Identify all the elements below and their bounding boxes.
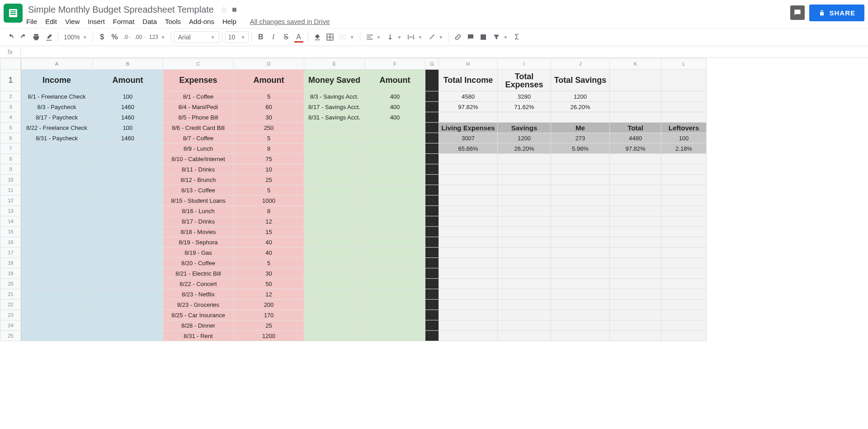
cell[interactable] (425, 102, 439, 112)
row-header[interactable]: 1 (0, 70, 21, 91)
cell[interactable] (304, 185, 365, 195)
cell[interactable] (304, 195, 365, 206)
cell[interactable] (93, 227, 163, 237)
comment-icon[interactable] (464, 31, 477, 43)
cell[interactable] (661, 216, 707, 227)
cell[interactable] (498, 112, 551, 123)
cell[interactable] (661, 289, 707, 300)
cell[interactable]: 8/17 - Savings Acct. (304, 102, 365, 112)
cell[interactable]: Total Savings (551, 70, 610, 91)
cell[interactable] (425, 91, 439, 102)
cell[interactable] (365, 154, 425, 164)
cell[interactable] (661, 154, 707, 164)
strike-icon[interactable]: S (280, 31, 292, 43)
cell[interactable] (439, 227, 498, 237)
cell[interactable] (365, 227, 425, 237)
cell[interactable] (439, 320, 498, 331)
italic-icon[interactable]: I (267, 31, 280, 43)
cell[interactable]: 8/23 - Netflix (163, 289, 234, 300)
cell[interactable] (610, 216, 661, 227)
row-header[interactable]: 22 (0, 300, 21, 310)
cell[interactable] (93, 164, 163, 175)
cell[interactable]: 26.20% (498, 143, 551, 154)
cell[interactable]: 50 (234, 279, 304, 289)
cell[interactable] (304, 320, 365, 331)
cell[interactable] (551, 331, 610, 341)
cell[interactable]: 1000 (234, 195, 304, 206)
cell[interactable] (304, 164, 365, 175)
cell[interactable]: 65.66% (439, 143, 498, 154)
cell[interactable] (93, 195, 163, 206)
row-header[interactable]: 20 (0, 279, 21, 289)
cell[interactable]: 60 (234, 102, 304, 112)
menu-format[interactable]: Format (113, 18, 135, 25)
cell[interactable] (21, 310, 93, 320)
cell[interactable] (365, 195, 425, 206)
row-header[interactable]: 12 (0, 195, 21, 206)
row-header[interactable]: 7 (0, 143, 21, 154)
row-header[interactable]: 24 (0, 320, 21, 331)
cell[interactable] (439, 268, 498, 279)
cell[interactable] (365, 310, 425, 320)
cell[interactable]: 8/5 - Phone Bill (163, 112, 234, 123)
cell[interactable] (365, 258, 425, 268)
cell[interactable]: 8/17 - Drinks (163, 216, 234, 227)
cell[interactable] (439, 195, 498, 206)
cell[interactable] (498, 268, 551, 279)
cell[interactable]: 40 (234, 248, 304, 258)
undo-icon[interactable] (5, 31, 17, 43)
cell[interactable]: 4480 (610, 133, 661, 143)
cell[interactable] (304, 133, 365, 143)
cell[interactable] (425, 154, 439, 164)
share-button[interactable]: SHARE (809, 5, 864, 21)
cell[interactable] (661, 268, 707, 279)
cell[interactable] (21, 320, 93, 331)
cell[interactable] (425, 175, 439, 185)
font-select[interactable]: Arial▼ (174, 31, 219, 43)
cell[interactable] (93, 310, 163, 320)
cell[interactable]: 1460 (93, 112, 163, 123)
cell[interactable] (21, 300, 93, 310)
cell[interactable]: 8/11 - Drinks (163, 164, 234, 175)
cell[interactable] (21, 175, 93, 185)
cell[interactable]: Total Expenses (498, 70, 551, 91)
cell[interactable] (439, 258, 498, 268)
cell[interactable] (21, 164, 93, 175)
cell[interactable]: 12 (234, 216, 304, 227)
cell[interactable] (661, 91, 707, 102)
cell[interactable] (498, 258, 551, 268)
cell[interactable] (21, 258, 93, 268)
cell[interactable] (93, 331, 163, 341)
percent-icon[interactable]: % (108, 31, 121, 43)
cell[interactable] (365, 143, 425, 154)
row-header[interactable]: 2 (0, 91, 21, 102)
cell[interactable]: Total Income (439, 70, 498, 91)
cell[interactable] (304, 300, 365, 310)
cell[interactable] (304, 268, 365, 279)
row-header[interactable]: 15 (0, 227, 21, 237)
col-header-J[interactable]: J (551, 58, 610, 70)
halign-icon[interactable]: ▼ (363, 33, 384, 41)
cell[interactable]: Amount (93, 70, 163, 91)
cell[interactable] (498, 164, 551, 175)
cell[interactable]: 8/12 - Brunch (163, 175, 234, 185)
cell[interactable]: 97.82% (439, 102, 498, 112)
cell[interactable] (551, 164, 610, 175)
cell[interactable] (610, 185, 661, 195)
cell[interactable] (304, 331, 365, 341)
cell[interactable] (498, 310, 551, 320)
text-color-icon[interactable]: A (292, 31, 305, 43)
cell[interactable]: 25 (234, 175, 304, 185)
cell[interactable] (551, 279, 610, 289)
cell[interactable]: 75 (234, 154, 304, 164)
cell[interactable] (425, 268, 439, 279)
cell[interactable]: 273 (551, 133, 610, 143)
dec-decrease-icon[interactable]: .0← (121, 31, 134, 43)
cell[interactable] (661, 258, 707, 268)
row-header[interactable]: 9 (0, 164, 21, 175)
cell[interactable]: Living Expenses (439, 123, 498, 133)
cell[interactable] (610, 102, 661, 112)
cell[interactable] (498, 195, 551, 206)
cell[interactable]: 1460 (93, 102, 163, 112)
cell[interactable]: 400 (365, 112, 425, 123)
